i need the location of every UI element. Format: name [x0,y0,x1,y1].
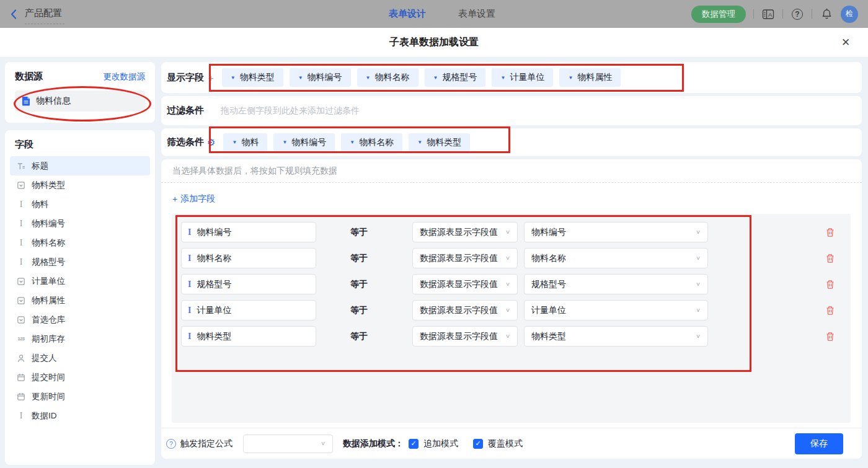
field-item-label: 标题 [32,161,48,172]
mode-checkbox[interactable]: ✓ 追加模式 [409,438,458,449]
checkbox-label: 追加模式 [423,438,458,449]
field-list: 标题 物料类型 I 物料 I 物料编号 I 物料名称 I 规格型号 计量单位 物… [5,156,155,425]
caret-down-icon: ▼ [350,139,355,145]
field-list-item[interactable]: 物料属性 [10,291,150,310]
text-field-icon: I [188,228,191,237]
field-list-item[interactable]: 物料类型 [10,175,150,195]
date-field-icon [16,392,26,402]
field-tag-label: 规格型号 [442,72,477,83]
field-list-item[interactable]: 123 期初库存 [10,329,150,348]
rule-target-field[interactable]: I 物料类型 [181,326,316,347]
modal-footer: ? 触发指定公式 ∨ 数据添加模式： ✓ 追加模式 ✓ 覆盖模式 保存 [161,428,862,459]
save-button[interactable]: 保存 [795,433,843,454]
rule-operator: 等于 [350,227,375,238]
field-item-label: 计量单位 [32,276,65,287]
field-tag[interactable]: ▼ 物料类型 [222,68,283,87]
rule-source-select[interactable]: 数据源表显示字段值 ∨ [412,222,518,242]
filter-drop-placeholder: 拖动左侧字段到此处来添加过滤条件 [221,105,360,117]
field-list-item[interactable]: 更新时间 [10,387,150,406]
field-tag[interactable]: ▼ 物料属性 [559,68,621,87]
gear-icon[interactable]: ⚙ [207,137,215,148]
caret-down-icon: ▼ [232,139,237,145]
field-tag-label: 物料类型 [427,137,461,148]
delete-rule-icon[interactable] [825,254,835,263]
rule-source-select[interactable]: 数据源表显示字段值 ∨ [412,326,518,347]
avatar[interactable]: 检 [841,6,858,23]
field-item-label: 更新时间 [32,391,65,402]
change-datasource-link[interactable]: 更改数据源 [104,71,146,82]
field-tag[interactable]: ▼ 物料名称 [357,68,418,87]
back-icon[interactable] [10,9,19,19]
tab-form-settings[interactable]: 表单设置 [445,8,509,20]
help-icon[interactable]: ? [790,7,804,21]
field-item-label: 物料编号 [32,218,65,229]
rule-target-field[interactable]: I 规格型号 [181,274,316,294]
field-tag[interactable]: ▼ 物料编号 [273,133,335,152]
field-list-item[interactable]: I 数据ID [10,406,150,425]
chevron-down-icon: ∨ [696,333,701,339]
mode-checkboxes: ✓ 追加模式 ✓ 覆盖模式 [409,438,523,449]
field-list-item[interactable]: 计量单位 [10,272,150,291]
rule-row: I 规格型号 等于 数据源表显示字段值 ∨ 规格型号 ∨ [181,274,841,294]
select-field-icon [16,296,26,306]
trigger-formula-label: 触发指定公式 [180,438,232,449]
breadcrumb-product-config[interactable]: 产品配置 [25,7,62,20]
text-field-icon: I [16,257,26,267]
formula-help-icon[interactable]: ? [166,439,176,449]
caret-down-icon: ▼ [298,75,303,81]
rule-target-field[interactable]: I 物料名称 [181,248,316,268]
field-list-item[interactable]: I 规格型号 [10,252,150,272]
field-tag[interactable]: ▼ 物料编号 [290,68,351,87]
field-tag-label: 计量单位 [510,72,544,83]
rule-source-select[interactable]: 数据源表显示字段值 ∨ [412,300,518,320]
field-tag[interactable]: ▼ 物料 [223,133,267,152]
rule-target-field[interactable]: I 物料编号 [181,222,316,242]
datasource-item-material-info[interactable]: 物料信息 [15,91,145,112]
close-icon[interactable]: ✕ [839,35,852,49]
field-list-item[interactable]: I 物料 [10,195,150,214]
field-tag[interactable]: ▼ 规格型号 [425,68,486,87]
field-list-item[interactable]: 提交时间 [10,368,150,387]
field-item-label: 物料属性 [32,295,65,306]
rule-value-select[interactable]: 物料编号 ∨ [524,222,708,242]
delete-rule-icon[interactable] [825,306,835,316]
rule-value-select[interactable]: 物料类型 ∨ [524,326,708,347]
rule-target-field[interactable]: I 计量单位 [181,300,316,320]
mode-checkbox[interactable]: ✓ 覆盖模式 [473,438,523,449]
chevron-down-icon: ∨ [696,281,701,287]
rule-source-select[interactable]: 数据源表显示字段值 ∨ [412,274,518,294]
field-list-item[interactable]: 提交人 [10,348,150,368]
field-list-item[interactable]: 首选仓库 [10,310,150,329]
add-display-field-icon[interactable]: + [208,73,214,83]
field-list-item[interactable]: I 物料编号 [10,214,150,233]
field-list-item[interactable]: 标题 [10,156,150,175]
field-item-label: 提交时间 [32,372,65,383]
field-tag-label: 物料属性 [577,72,612,83]
display-fields-row: 显示字段 + ▼ 物料类型 ▼ 物料编号 ▼ 物料名称 ▼ 规格型号 ▼ 计量单… [161,62,862,93]
rule-value-select[interactable]: 物料名称 ∨ [524,248,708,268]
delete-rule-icon[interactable] [825,332,835,342]
rule-field-label: 规格型号 [197,279,231,290]
add-field-button[interactable]: + 添加字段 [172,193,215,205]
rule-source-select[interactable]: 数据源表显示字段值 ∨ [412,248,518,268]
field-tag[interactable]: ▼ 计量单位 [492,68,553,87]
tab-form-design[interactable]: 表单设计 [375,8,440,20]
field-list-item[interactable]: I 物料名称 [10,233,150,252]
delete-rule-icon[interactable] [825,227,835,237]
formula-select[interactable]: ∨ [243,435,333,453]
delete-rule-icon[interactable] [825,280,835,289]
field-tag[interactable]: ▼ 物料类型 [409,133,470,152]
rule-row: I 物料名称 等于 数据源表显示字段值 ∨ 物料名称 ∨ [181,248,841,268]
bell-icon[interactable] [820,7,833,21]
translate-icon[interactable]: A [761,7,775,21]
data-manage-button[interactable]: 数据管理 [691,6,746,23]
field-tag[interactable]: ▼ 物料名称 [341,133,402,152]
rule-value-select[interactable]: 计量单位 ∨ [524,300,708,320]
caret-down-icon: ▼ [366,75,371,81]
checkbox-icon: ✓ [409,439,418,449]
filter-condition-row[interactable]: 过滤条件 拖动左侧字段到此处来添加过滤条件 [161,96,862,125]
text-field-icon: I [188,280,191,289]
rule-value-select[interactable]: 规格型号 ∨ [524,274,708,294]
topbar-tabs: 表单设计 表单设置 [375,0,509,28]
text-field-icon: I [16,411,26,421]
